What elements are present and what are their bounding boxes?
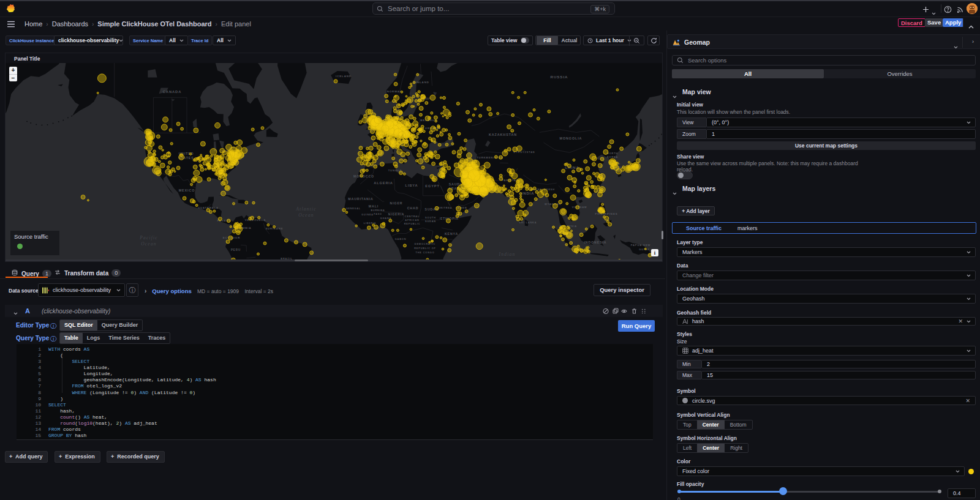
svg-text:ALGERIA: ALGERIA xyxy=(374,181,393,185)
svg-text:EGYPT: EGYPT xyxy=(425,184,439,188)
svg-text:SUDAN: SUDAN xyxy=(425,220,436,223)
svg-text:Ocean: Ocean xyxy=(141,241,157,247)
svg-text:ICELAND: ICELAND xyxy=(336,75,352,78)
svg-text:CANADA: CANADA xyxy=(163,90,182,94)
svg-text:RUSSIA: RUSSIA xyxy=(551,75,568,79)
svg-text:KAZAKHSTAN: KAZAKHSTAN xyxy=(489,133,517,136)
svg-text:Indian: Indian xyxy=(499,252,516,257)
svg-text:KYRGYZSTAN: KYRGYZSTAN xyxy=(514,151,535,154)
svg-text:MALI: MALI xyxy=(369,204,379,208)
svg-text:NORTH: NORTH xyxy=(607,152,618,155)
svg-text:INDONESIA: INDONESIA xyxy=(584,241,607,244)
svg-text:BURKINA: BURKINA xyxy=(371,209,385,212)
svg-text:CHAD: CHAD xyxy=(407,206,419,210)
svg-text:FASO: FASO xyxy=(374,213,382,215)
svg-text:SRI LANKA: SRI LANKA xyxy=(519,222,537,224)
svg-text:NORWAY: NORWAY xyxy=(387,90,402,93)
svg-text:AFRICAN: AFRICAN xyxy=(405,219,419,222)
svg-text:GUINEA: GUINEA xyxy=(361,214,373,216)
svg-text:NIGERIA: NIGERIA xyxy=(388,213,404,216)
svg-text:MOROCCO: MOROCCO xyxy=(353,174,374,178)
svg-text:LIBYA: LIBYA xyxy=(405,184,418,187)
svg-text:NIGER: NIGER xyxy=(390,201,403,205)
svg-text:REPUBLIC OF: REPUBLIC OF xyxy=(414,247,436,250)
svg-text:KENYA: KENYA xyxy=(445,232,458,236)
svg-text:Ocean: Ocean xyxy=(298,212,314,218)
svg-text:KOREA: KOREA xyxy=(607,156,618,159)
svg-text:ERITREA: ERITREA xyxy=(439,207,453,209)
svg-text:CENTRAL: CENTRAL xyxy=(405,215,420,218)
svg-text:THE CONGO: THE CONGO xyxy=(415,252,434,254)
svg-text:MAURITANIA: MAURITANIA xyxy=(348,197,373,201)
svg-text:FINLAND: FINLAND xyxy=(413,81,429,84)
svg-text:Pacific: Pacific xyxy=(139,235,158,241)
svg-text:PAPUA NEW: PAPUA NEW xyxy=(631,244,651,247)
svg-text:GABON: GABON xyxy=(395,238,407,241)
svg-text:SENEGAL: SENEGAL xyxy=(346,207,361,210)
svg-text:VENEZUELA: VENEZUELA xyxy=(245,218,266,222)
svg-text:PERU: PERU xyxy=(231,248,241,252)
svg-text:PHILIPPINES: PHILIPPINES xyxy=(595,212,617,215)
svg-text:SOUTH: SOUTH xyxy=(425,217,436,219)
svg-text:DEMOCRATIC: DEMOCRATIC xyxy=(415,243,435,245)
svg-text:INDIA: INDIA xyxy=(522,192,535,195)
svg-text:MONGOLIA: MONGOLIA xyxy=(560,136,582,140)
svg-text:Atlantic: Atlantic xyxy=(295,206,316,212)
svg-text:REPUBLIC: REPUBLIC xyxy=(404,223,421,225)
svg-text:MEXICO: MEXICO xyxy=(179,188,195,192)
